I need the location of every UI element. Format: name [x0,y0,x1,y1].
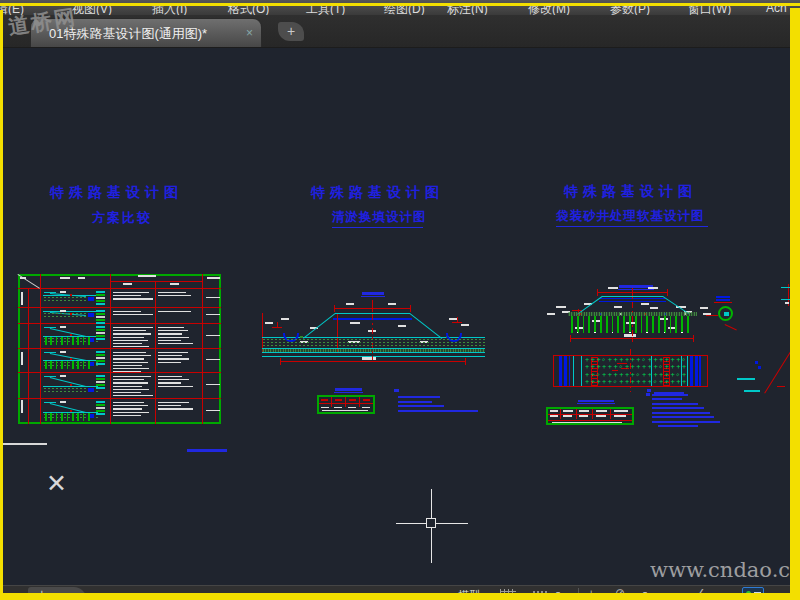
cad-shape [96,375,105,377]
cad-shape: + [682,379,686,386]
cad-shape [96,357,105,359]
cad-shape [362,407,370,409]
cad-shape [597,289,598,296]
cad-shape: + [585,379,589,386]
cad-shape [113,392,141,393]
cad-shape [113,395,153,396]
cad-shape [363,399,370,401]
section2-title: 特殊路基设计图 [311,184,444,202]
cad-shape [70,358,72,360]
cad-shape [158,343,193,344]
cad-shape [262,352,485,353]
cad-shape [206,314,220,315]
cad-shape [96,351,105,353]
cad-shape [72,361,74,369]
cad-shape [396,523,426,524]
cad-shape [158,311,191,312]
cad-shape [670,316,672,333]
cad-shape [113,295,141,296]
cad-shape [60,375,66,377]
cad-shape: + [676,364,680,371]
cad-shape [158,408,193,409]
cad-shape [70,410,72,412]
cad-shape [614,306,622,308]
cad-shape [138,275,156,277]
cad-shape [88,361,90,369]
cad-shape [578,400,614,402]
tab-close-icon[interactable]: × [246,19,253,48]
cad-shape [60,351,66,353]
cad-shape [667,289,668,296]
cad-shape [350,322,360,324]
cad-shape [110,281,202,282]
cad-shape [635,316,637,333]
cad-shape [96,322,105,324]
drawing-canvas[interactable]: 特殊路基设计图 方案比较 特殊路基设计图 清淤换填设计图 特殊路基设计图 袋装砂… [0,47,800,585]
cad-shape [158,379,189,380]
cad-shape [96,326,105,328]
section1-subtitle: 方案比较 [92,209,152,227]
cad-shape [348,407,356,409]
cad-shape [426,518,436,528]
cad-shape: + [671,379,675,386]
cad-shape: ◇ [636,372,639,377]
section1-title: 特殊路基设计图 [50,184,183,202]
cad-shape [570,335,571,342]
cad-shape [110,274,111,424]
cad-shape [394,389,399,392]
cad-shape [158,337,189,338]
cad-shape [361,296,385,297]
cad-shape [60,401,66,403]
cad-shape [113,346,149,347]
cad-shape: ◇ [619,364,622,369]
cad-shape [281,318,289,320]
cad-shape [556,226,708,227]
cad-shape [50,337,52,345]
cad-shape: ◇ [596,372,599,377]
cad-shape [88,388,94,392]
cad-shape [577,316,579,333]
cad-shape [96,381,105,383]
cad-shape [113,402,144,403]
cad-shape [436,523,468,524]
cad-shape [206,297,220,298]
cad-shape [687,316,689,333]
cad-shape [317,395,375,414]
cad-shape [647,389,651,392]
new-tab-button[interactable]: + [278,22,304,41]
cad-shape: + [625,364,629,371]
cad-shape [614,415,626,417]
cad-shape [50,361,52,369]
cad-shape [658,316,660,333]
cad-shape: + [591,364,595,371]
cad-shape [96,360,105,362]
cad-shape [113,386,142,387]
cad-shape [113,382,148,383]
cad-shape [577,403,615,404]
cad-shape [28,288,29,424]
cad-shape [335,388,362,391]
cad-shape [629,316,631,333]
cad-shape [262,349,485,352]
cad-shape [596,415,606,417]
cad-shape [113,412,149,413]
cad-shape [664,316,666,333]
cad-shape [650,307,658,309]
cad-shape [60,310,66,312]
cad-shape [431,528,432,563]
cad-shape [321,407,329,409]
cad-shape [96,413,105,415]
cad-shape [60,291,66,293]
cad-shape [737,378,755,380]
cad-shape [716,299,730,301]
cad-shape [600,316,602,333]
cad-shape: + [614,364,618,371]
cad-shape [409,313,442,339]
cad-shape [548,420,632,421]
cad-shape [113,330,146,331]
cad-shape [648,287,658,289]
cad-shape [158,386,193,387]
cad-shape [652,421,720,423]
cad-shape [96,303,105,305]
cad-shape: + [671,364,675,371]
